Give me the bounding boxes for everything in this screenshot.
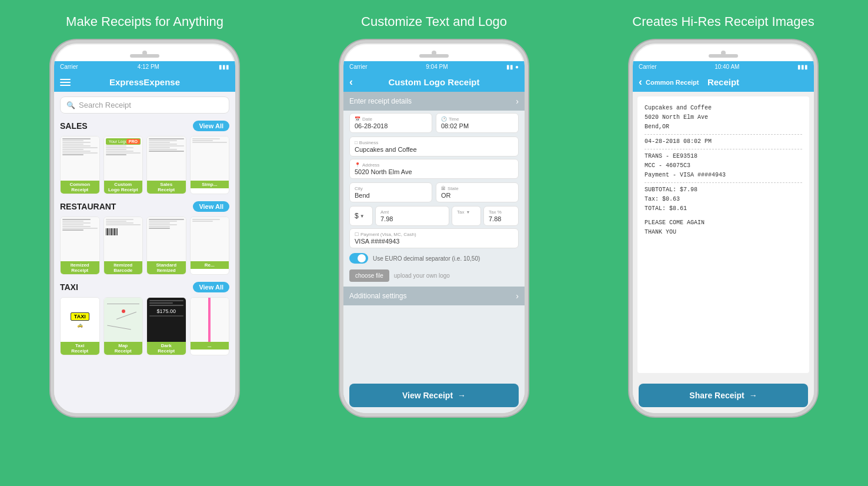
- more-taxi-label: ...: [191, 342, 229, 349]
- standard-itemized-label: StandardItemized: [147, 261, 186, 274]
- tax-pct-label: Tax %: [489, 209, 513, 215]
- payment-label: ☐ Payment (Visa, MC, Cash): [355, 232, 513, 237]
- receipt-come-again: PLEASE COME AGAIN: [645, 218, 802, 228]
- vol-up-1: [51, 91, 52, 108]
- side-button-2: [527, 102, 528, 126]
- list-item[interactable]: StandardItemized: [146, 217, 186, 275]
- euro-toggle[interactable]: [349, 253, 368, 264]
- receipt-sep3: [645, 182, 802, 183]
- list-item[interactable]: SalesReceipt: [146, 136, 186, 194]
- date-field[interactable]: 📅 Date 06-28-2018: [349, 113, 432, 133]
- sales-receipt-label: SalesReceipt: [147, 181, 186, 194]
- carrier-2: Carrier: [349, 64, 368, 70]
- choose-file-button[interactable]: choose file: [349, 269, 389, 282]
- restaurant-view-all[interactable]: View All: [193, 201, 229, 212]
- phone-content-3: Cupcakes and Coffee 5020 North Elm Ave B…: [633, 92, 814, 413]
- receipt-text-area: Cupcakes and Coffee 5020 North Elm Ave B…: [637, 96, 809, 373]
- currency-symbol: $: [355, 212, 359, 220]
- standard-itemized-preview: [147, 217, 186, 261]
- payment-checkbox-icon: ☐: [355, 232, 359, 237]
- app-title-1: ExpressExpense: [109, 77, 180, 87]
- receipt-preview-sales: [147, 137, 186, 181]
- app-header-2: ‹ Custom Logo Receipt: [343, 72, 525, 92]
- search-icon: 🔍: [66, 101, 75, 109]
- enter-receipt-section[interactable]: Enter receipt details ›: [343, 92, 525, 111]
- time-value: 08:02 PM: [441, 122, 513, 129]
- back-button-2[interactable]: ‹: [349, 76, 353, 88]
- list-item[interactable]: ItemizedReceipt: [60, 217, 100, 275]
- search-bar[interactable]: 🔍 Search Receipt: [60, 96, 229, 114]
- app-title-2: Custom Logo Receipt: [388, 77, 479, 87]
- tax-arrow: ▼: [466, 210, 470, 214]
- panel-2: Customize Text and Logo Carrier 9:04 PM …: [289, 0, 579, 486]
- receipt-preview-custom-logo: Your Logo Here PRO: [104, 137, 143, 181]
- list-item[interactable]: ItemizedBarcode: [104, 217, 143, 275]
- additional-settings-label: Additional settings: [349, 292, 406, 300]
- dark-receipt-label: DarkReceipt: [147, 342, 186, 355]
- phone-3: Carrier 10:40 AM ▮▮▮ ‹ Common Receipt Re…: [629, 40, 817, 417]
- list-item[interactable]: Re...: [190, 217, 230, 275]
- receipt-sep1: [645, 134, 802, 135]
- status-bar-3: Carrier 10:40 AM ▮▮▮: [633, 61, 814, 72]
- sales-section-header: SALES View All: [54, 118, 235, 134]
- euro-toggle-text: Use EURO decimal separator (i.e. 10,50): [373, 255, 480, 262]
- currency-arrow: ▼: [360, 214, 365, 219]
- simple-receipt-label: Simp...: [191, 181, 229, 188]
- phone-speaker-2: [419, 54, 449, 58]
- view-receipt-container: View Receipt →: [343, 378, 525, 413]
- sales-label: SALES: [60, 121, 88, 131]
- carrier-3: Carrier: [639, 64, 657, 70]
- list-item[interactable]: $175.00 DarkReceipt: [146, 297, 186, 355]
- list-item[interactable]: TAXI 🚕 TaxiReceipt: [60, 297, 100, 355]
- panel-3: Creates Hi-Res Receipt Images Carrier 10…: [579, 0, 868, 486]
- list-item[interactable]: MapReceipt: [104, 297, 143, 355]
- share-receipt-button[interactable]: Share Receipt →: [639, 384, 808, 407]
- payment-field[interactable]: ☐ Payment (Visa, MC, Cash) VISA ####4943: [349, 228, 519, 248]
- amt-label: Amt: [380, 209, 444, 215]
- currency-field[interactable]: $ ▼: [349, 206, 373, 226]
- taxi-preview: TAXI 🚕: [61, 298, 99, 342]
- list-item[interactable]: ...: [190, 297, 230, 355]
- amount-value-field[interactable]: Amt 7.98: [375, 206, 449, 226]
- back-button-3[interactable]: ‹: [639, 76, 642, 88]
- time-field[interactable]: 🕐 Time 08:02 PM: [436, 113, 519, 133]
- state-label: 🏛 State: [441, 186, 513, 191]
- taxi-view-all[interactable]: View All: [193, 282, 229, 292]
- business-value: Cupcakes and Coffee: [355, 146, 513, 153]
- receipt-business: Cupcakes and Coffee: [645, 104, 802, 113]
- taxi-grid: TAXI 🚕 TaxiReceipt: [54, 295, 235, 360]
- sales-view-all[interactable]: View All: [193, 121, 229, 131]
- hamburger-icon[interactable]: [60, 79, 71, 86]
- state-field[interactable]: 🏛 State OR: [436, 182, 519, 202]
- city-field[interactable]: City Bend: [349, 182, 432, 202]
- receipt-subtotal: SUBTOTAL: $7.98: [645, 185, 802, 195]
- amount-row: $ ▼ Amt 7.98 Tax ▼ Tax % 7.88: [343, 205, 525, 227]
- calendar-icon: 📅: [355, 116, 360, 122]
- more-restaurant-preview: [191, 217, 229, 261]
- list-item[interactable]: CommonReceipt: [60, 136, 100, 194]
- additional-settings[interactable]: Additional settings ›: [343, 287, 525, 305]
- app-header-1: ExpressExpense: [54, 72, 235, 92]
- receipt-thank-you: THANK YOU: [645, 228, 802, 237]
- business-field[interactable]: □ Business Cupcakes and Coffee: [349, 137, 519, 157]
- list-item[interactable]: Your Logo Here PRO CustomLogo Receipt: [104, 136, 143, 194]
- receipt-mcc: MCC - 46075C3: [645, 161, 802, 171]
- map-preview: [104, 298, 143, 342]
- restaurant-label: RESTAURANT: [60, 202, 116, 211]
- share-receipt-container: Share Receipt →: [633, 378, 814, 413]
- common-receipt-label: CommonReceipt: [61, 181, 99, 194]
- vol-down-3: [629, 114, 630, 132]
- city-value: Bend: [355, 192, 427, 199]
- phone-2: Carrier 9:04 PM ▮▮ ● ‹ Custom Logo Recei…: [340, 40, 528, 417]
- receipt-address: 5020 North Elm Ave: [645, 113, 802, 122]
- address-field[interactable]: 📍 Address 5020 North Elm Ave: [349, 159, 519, 179]
- panel-1: Make Receipts for Anything Carrier 4:12 …: [0, 0, 289, 486]
- euro-toggle-row: Use EURO decimal separator (i.e. 10,50): [343, 249, 525, 267]
- enter-receipt-label: Enter receipt details: [349, 97, 412, 105]
- list-item[interactable]: Simp...: [190, 136, 230, 194]
- business-label: □ Business: [355, 140, 513, 145]
- tax-pct-field[interactable]: Tax % 7.88: [483, 206, 519, 226]
- tax-field[interactable]: Tax ▼: [452, 206, 481, 226]
- view-receipt-button[interactable]: View Receipt →: [349, 384, 519, 407]
- more-taxi-preview: [191, 298, 229, 342]
